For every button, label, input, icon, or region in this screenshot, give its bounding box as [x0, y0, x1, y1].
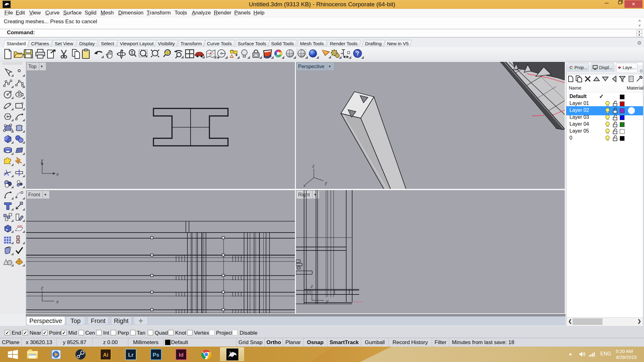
svg-text:Id: Id	[179, 352, 183, 358]
svg-text:?: ?	[356, 50, 359, 57]
svg-text:y: y	[325, 180, 327, 185]
svg-text:Ai: Ai	[103, 352, 108, 358]
svg-text:x: x	[303, 183, 306, 188]
svg-text:z: z	[312, 163, 314, 168]
svg-text:Lr: Lr	[128, 352, 134, 358]
svg-text:z: z	[310, 283, 313, 289]
svg-text:Ps: Ps	[153, 352, 159, 358]
svg-text:y: y	[41, 157, 44, 163]
svg-text:x: x	[56, 299, 59, 304]
svg-text:x: x	[56, 171, 59, 177]
svg-text:z: z	[41, 285, 43, 290]
